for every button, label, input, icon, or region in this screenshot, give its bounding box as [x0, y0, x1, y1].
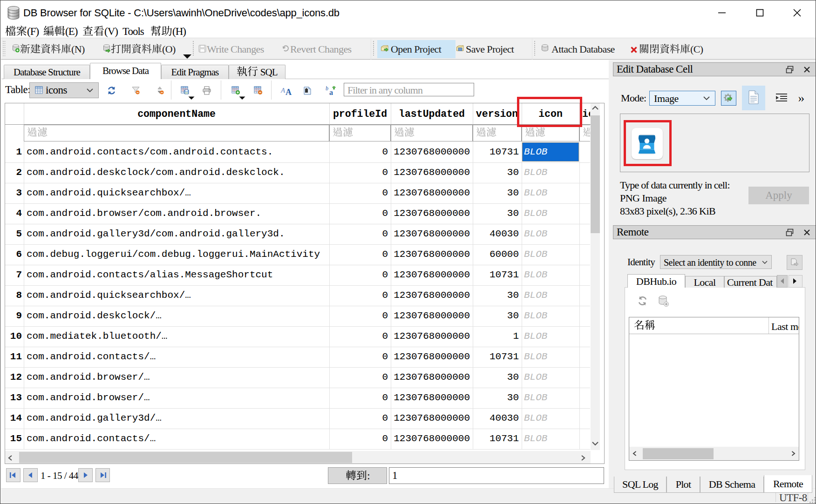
- svg-text:A: A: [286, 87, 292, 96]
- svg-text:a: a: [329, 88, 333, 96]
- svg-text:A: A: [280, 87, 286, 94]
- svg-text:b: b: [326, 86, 328, 92]
